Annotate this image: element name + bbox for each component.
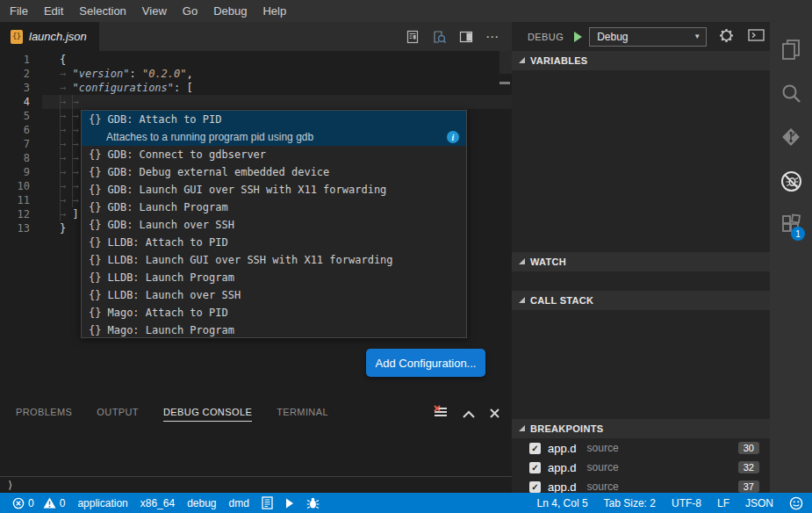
breakpoint-type: source [587, 480, 619, 493]
bug-icon[interactable] [306, 497, 320, 509]
configure-gear-icon[interactable] [719, 28, 734, 46]
section-watch[interactable]: WATCH [512, 252, 770, 271]
console-prompt: ⟩ [7, 479, 13, 491]
status-item-dmd[interactable]: dmd [229, 497, 249, 509]
panel-tabs: PROBLEMSOUTPUTDEBUG CONSOLETERMINAL [0, 400, 512, 428]
code-editor[interactable]: 1{2→ "version": "0.2.0",3→ "configuratio… [0, 51, 512, 400]
menu-item-view[interactable]: View [134, 4, 175, 18]
panel-tab-debug-console[interactable]: DEBUG CONSOLE [163, 407, 252, 422]
breakpoint-row[interactable]: ✓app.dsource32 [512, 458, 770, 477]
eol-sequence[interactable]: LF [717, 497, 729, 509]
menu-item-help[interactable]: Help [255, 4, 294, 18]
line-number: 9 [0, 165, 42, 179]
tab-launch-json[interactable]: {} launch.json [0, 22, 99, 51]
panel-tab-problems[interactable]: PROBLEMS [16, 407, 72, 421]
suggest-item[interactable]: {}LLDB: Launch Program [82, 269, 466, 286]
editor-line[interactable]: 1{ [0, 53, 512, 67]
section-variables[interactable]: VARIABLES [512, 51, 770, 70]
breakpoint-checkbox[interactable]: ✓ [529, 462, 541, 473]
section-breakpoints[interactable]: BREAKPOINTS [512, 419, 770, 438]
source-control-icon[interactable] [770, 115, 812, 159]
errors-warnings-indicator[interactable]: 0 0 [12, 497, 65, 509]
suggest-item[interactable]: {}LLDB: Launch GUI over SSH with X11 for… [82, 251, 466, 269]
suggest-item[interactable]: {}GDB: Launch Program [82, 199, 466, 216]
menu-item-debug[interactable]: Debug [205, 4, 255, 18]
maximize-panel-icon[interactable] [463, 408, 475, 421]
panel-tab-output[interactable]: OUTPUT [97, 407, 139, 421]
suggest-item[interactable]: {}Mago: Attach to PID [82, 304, 466, 322]
breakpoint-checkbox[interactable]: ✓ [529, 443, 541, 454]
search-icon[interactable] [770, 71, 812, 115]
menu-item-edit[interactable]: Edit [36, 4, 71, 18]
section-title: BREAKPOINTS [530, 423, 603, 434]
info-icon[interactable]: i [447, 131, 459, 143]
add-configuration-button[interactable]: Add Configuration... [366, 349, 485, 377]
debug-console-output [0, 428, 512, 476]
variables-body [512, 70, 770, 252]
suggest-item[interactable]: {}LLDB: Attach to PID [82, 234, 466, 251]
line-number: 8 [0, 151, 42, 165]
breakpoint-row[interactable]: ✓app.dsource37 [512, 477, 770, 493]
toggle-debug-console-icon[interactable] [748, 29, 765, 44]
feedback-smiley-icon[interactable] [789, 496, 803, 510]
split-editor-icon[interactable] [459, 30, 473, 44]
language-mode[interactable]: JSON [745, 497, 773, 509]
editor-line[interactable]: 4→ → [0, 95, 512, 109]
open-preview-icon[interactable] [406, 30, 420, 44]
snippet-icon: {} [89, 184, 101, 196]
suggest-item[interactable]: {}GDB: Launch GUI over SSH with X11 forw… [82, 181, 466, 199]
line-content: } [42, 221, 66, 235]
clear-console-icon[interactable] [434, 406, 448, 422]
indentation[interactable]: Tab Size: 2 [604, 497, 656, 509]
more-actions-icon[interactable]: ⋯ [485, 29, 499, 45]
suggest-item-label: GDB: Attach to PID [107, 113, 221, 126]
breakpoint-line-badge: 32 [738, 461, 759, 473]
bottom-panel: PROBLEMSOUTPUTDEBUG CONSOLETERMINAL [0, 400, 512, 493]
start-debug-button[interactable] [572, 31, 584, 43]
breakpoint-row[interactable]: ✓app.dsource30 [512, 438, 770, 458]
suggest-item[interactable]: {}GDB: Debug external embedded device [82, 163, 466, 181]
activity-bar: 1 [770, 22, 812, 493]
status-item-x86_64[interactable]: x86_64 [140, 497, 175, 509]
suggest-item[interactable]: {}LLDB: Launch over SSH [82, 286, 466, 304]
snippet-icon: {} [89, 254, 101, 266]
twistie-icon [519, 258, 525, 264]
breakpoint-checkbox[interactable]: ✓ [529, 481, 541, 493]
warning-icon [43, 497, 56, 509]
json-file-icon: {} [11, 30, 23, 44]
line-number: 13 [0, 221, 42, 235]
menu-item-go[interactable]: Go [175, 4, 205, 18]
suggest-item[interactable]: {}GDB: Launch over SSH [82, 216, 466, 234]
suggest-item[interactable]: {}Mago: Launch Program [82, 322, 466, 338]
chevron-down-icon: ▼ [693, 33, 701, 40]
menu-item-selection[interactable]: Selection [71, 4, 133, 18]
debug-icon[interactable] [770, 159, 812, 203]
docs-icon[interactable] [262, 496, 273, 509]
cursor-position[interactable]: Ln 4, Col 5 [537, 497, 588, 509]
search-in-file-icon[interactable] [432, 30, 447, 44]
explorer-icon[interactable] [770, 27, 812, 71]
close-panel-icon[interactable] [490, 408, 499, 421]
section-call-stack[interactable]: CALL STACK [512, 291, 770, 310]
line-number: 5 [0, 109, 42, 123]
breakpoints-list: ✓app.dsource30✓app.dsource32✓app.dsource… [512, 438, 770, 493]
menu-item-file[interactable]: File [2, 4, 36, 18]
suggest-item[interactable]: {}GDB: Connect to gdbserver [82, 146, 466, 163]
line-number: 11 [0, 193, 42, 207]
panel-tab-terminal[interactable]: TERMINAL [277, 407, 328, 421]
section-title: VARIABLES [530, 55, 587, 66]
section-title: CALL STACK [530, 295, 593, 306]
editor-line[interactable]: 2→ "version": "0.2.0", [0, 67, 512, 81]
status-item-debug[interactable]: debug [187, 497, 216, 509]
run-icon[interactable] [285, 498, 294, 509]
debug-configuration-select[interactable]: Debug ▼ [589, 27, 707, 47]
editor-line[interactable]: 3→ "configurations": [ [0, 81, 512, 95]
status-item-application[interactable]: application [77, 497, 127, 509]
suggest-item[interactable]: {}GDB: Attach to PID [82, 111, 466, 128]
extensions-icon[interactable]: 1 [770, 203, 812, 247]
breakpoint-line-badge: 30 [738, 442, 759, 454]
debug-console-input[interactable]: ⟩ [0, 476, 512, 493]
scrollbar[interactable] [499, 51, 512, 74]
encoding[interactable]: UTF-8 [672, 497, 701, 509]
twistie-icon [519, 425, 525, 431]
